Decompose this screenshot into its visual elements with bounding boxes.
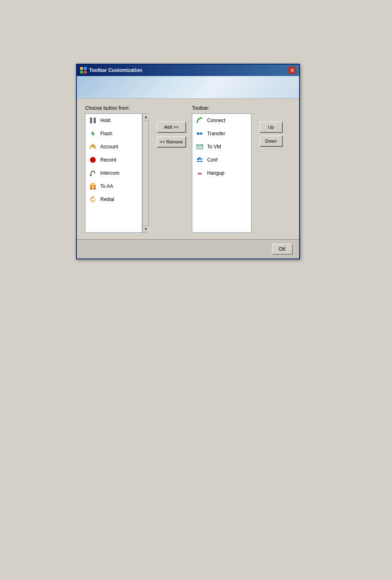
list-item-record[interactable]: Record xyxy=(85,153,142,166)
add-button[interactable]: Add >> xyxy=(157,122,186,132)
list-item-toaa[interactable]: To AA xyxy=(85,180,142,193)
svg-rect-5 xyxy=(94,118,96,123)
scroll-down-arrow[interactable]: ▼ xyxy=(143,226,149,232)
intercom-icon xyxy=(89,169,97,177)
list-item-hold[interactable]: Hold xyxy=(85,114,142,127)
account-label: Account xyxy=(100,144,118,150)
close-button[interactable]: ✕ xyxy=(288,67,296,74)
title-bar-left: Toolbar Customization xyxy=(80,67,142,74)
right-panel: Toolbar: Connect xyxy=(192,105,256,233)
up-button[interactable]: Up xyxy=(260,122,282,132)
right-list-box[interactable]: Connect Transfer xyxy=(192,113,251,233)
list-item-conf[interactable]: Conf xyxy=(192,153,251,166)
intercom-label: Intercom xyxy=(100,170,120,176)
hangup-label: Hangup xyxy=(207,170,224,176)
list-item-flash[interactable]: Flash xyxy=(85,127,142,140)
connect-label: Connect xyxy=(207,118,226,123)
list-item-connect[interactable]: Connect xyxy=(192,114,251,127)
transfer-label: Transfer xyxy=(207,131,225,136)
list-item-redial[interactable]: Redial xyxy=(85,193,142,206)
dialog-body: Choose button from: Hold xyxy=(77,99,299,239)
right-panel-label: Toolbar: xyxy=(192,105,256,111)
svg-rect-12 xyxy=(93,185,96,187)
svg-rect-2 xyxy=(80,71,83,74)
svg-rect-4 xyxy=(90,118,92,123)
tovm-label: To VM xyxy=(207,144,221,150)
middle-panel: Add >> << Remove xyxy=(155,105,188,147)
connect-icon xyxy=(196,116,204,125)
columns-area: Choose button from: Hold xyxy=(85,105,291,233)
svg-rect-1 xyxy=(84,67,87,70)
flash-icon xyxy=(89,129,97,138)
left-panel: Choose button from: Hold xyxy=(85,105,151,233)
svg-rect-3 xyxy=(84,71,87,74)
toaa-icon xyxy=(89,182,97,190)
remove-button[interactable]: << Remove xyxy=(157,136,186,147)
svg-marker-16 xyxy=(93,196,95,199)
side-panel: Up Down xyxy=(260,105,288,146)
left-list-box[interactable]: Hold Flash xyxy=(85,113,142,233)
scroll-up-arrow[interactable]: ▲ xyxy=(143,114,149,120)
ok-button[interactable]: OK xyxy=(272,244,293,254)
left-scrollbar[interactable]: ▲ ▼ xyxy=(142,113,149,233)
conf-label: Conf xyxy=(207,157,217,163)
hold-label: Hold xyxy=(100,118,111,123)
svg-rect-13 xyxy=(90,187,92,189)
svg-rect-14 xyxy=(93,187,96,189)
list-item-account[interactable]: Account xyxy=(85,140,142,153)
tovm-icon xyxy=(196,143,204,151)
left-panel-label: Choose button from: xyxy=(85,105,151,111)
svg-point-17 xyxy=(197,132,199,135)
conf-icon xyxy=(196,156,204,164)
list-item-tovm[interactable]: To VM xyxy=(192,140,251,153)
title-bar: Toolbar Customization ✕ xyxy=(77,65,299,76)
svg-rect-0 xyxy=(80,67,83,70)
record-icon xyxy=(89,156,97,164)
redial-icon xyxy=(89,195,97,203)
account-icon xyxy=(89,143,97,151)
svg-point-23 xyxy=(199,157,201,159)
hold-icon xyxy=(89,116,97,125)
list-item-transfer[interactable]: Transfer xyxy=(192,127,251,140)
flash-label: Flash xyxy=(100,131,112,136)
app-icon xyxy=(80,67,87,74)
record-label: Record xyxy=(100,157,116,163)
dialog-title: Toolbar Customization xyxy=(89,67,142,73)
transfer-icon xyxy=(196,129,204,138)
toaa-label: To AA xyxy=(100,183,113,189)
toolbar-customization-dialog: Toolbar Customization ✕ Choose button fr… xyxy=(76,64,300,259)
svg-rect-15 xyxy=(91,183,95,185)
svg-point-7 xyxy=(92,146,94,148)
svg-point-10 xyxy=(91,174,92,175)
svg-marker-6 xyxy=(91,131,95,136)
list-item-hangup[interactable]: Hangup xyxy=(192,166,251,180)
dialog-banner xyxy=(77,76,299,99)
svg-rect-11 xyxy=(90,185,92,187)
list-item-intercom[interactable]: Intercom xyxy=(85,166,142,180)
down-button[interactable]: Down xyxy=(260,136,282,146)
redial-label: Redial xyxy=(100,196,114,202)
hangup-icon xyxy=(196,169,204,177)
svg-point-8 xyxy=(90,157,96,163)
scroll-track xyxy=(143,120,148,226)
dialog-footer: OK xyxy=(77,239,299,259)
